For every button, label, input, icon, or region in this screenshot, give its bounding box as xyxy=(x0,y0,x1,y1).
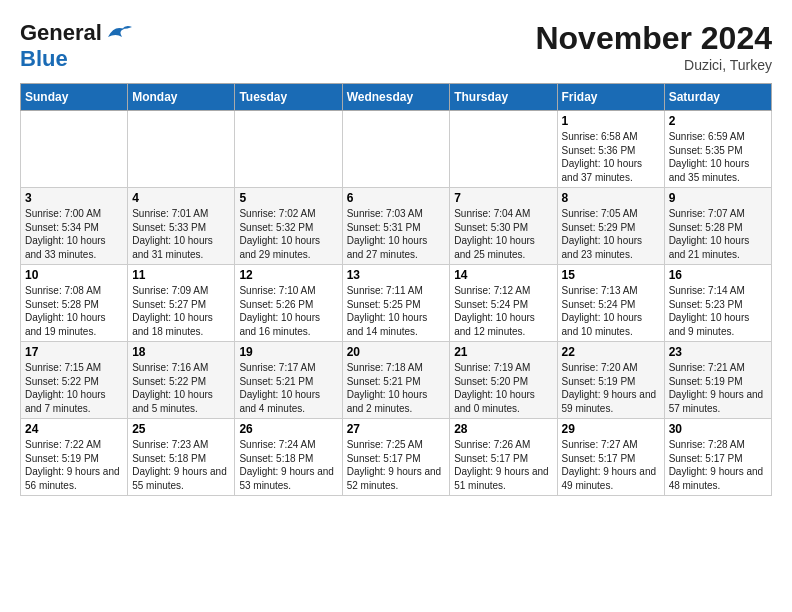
calendar-cell: 6Sunrise: 7:03 AM Sunset: 5:31 PM Daylig… xyxy=(342,188,450,265)
day-info: Sunrise: 7:01 AM Sunset: 5:33 PM Dayligh… xyxy=(132,207,230,261)
header-saturday: Saturday xyxy=(664,84,771,111)
day-number: 1 xyxy=(562,114,660,128)
day-info: Sunrise: 7:26 AM Sunset: 5:17 PM Dayligh… xyxy=(454,438,552,492)
calendar-cell: 15Sunrise: 7:13 AM Sunset: 5:24 PM Dayli… xyxy=(557,265,664,342)
calendar-cell xyxy=(235,111,342,188)
calendar-cell: 22Sunrise: 7:20 AM Sunset: 5:19 PM Dayli… xyxy=(557,342,664,419)
calendar-cell: 30Sunrise: 7:28 AM Sunset: 5:17 PM Dayli… xyxy=(664,419,771,496)
calendar-cell: 8Sunrise: 7:05 AM Sunset: 5:29 PM Daylig… xyxy=(557,188,664,265)
day-number: 18 xyxy=(132,345,230,359)
day-number: 8 xyxy=(562,191,660,205)
day-info: Sunrise: 7:14 AM Sunset: 5:23 PM Dayligh… xyxy=(669,284,767,338)
calendar-cell: 11Sunrise: 7:09 AM Sunset: 5:27 PM Dayli… xyxy=(128,265,235,342)
calendar-header-row: Sunday Monday Tuesday Wednesday Thursday… xyxy=(21,84,772,111)
day-info: Sunrise: 7:12 AM Sunset: 5:24 PM Dayligh… xyxy=(454,284,552,338)
day-number: 27 xyxy=(347,422,446,436)
day-number: 15 xyxy=(562,268,660,282)
day-info: Sunrise: 7:00 AM Sunset: 5:34 PM Dayligh… xyxy=(25,207,123,261)
day-number: 13 xyxy=(347,268,446,282)
header-tuesday: Tuesday xyxy=(235,84,342,111)
day-number: 26 xyxy=(239,422,337,436)
title-area: November 2024 Duzici, Turkey xyxy=(535,20,772,73)
calendar-cell: 27Sunrise: 7:25 AM Sunset: 5:17 PM Dayli… xyxy=(342,419,450,496)
calendar-cell: 13Sunrise: 7:11 AM Sunset: 5:25 PM Dayli… xyxy=(342,265,450,342)
calendar-cell xyxy=(128,111,235,188)
day-info: Sunrise: 7:16 AM Sunset: 5:22 PM Dayligh… xyxy=(132,361,230,415)
calendar-cell xyxy=(450,111,557,188)
day-info: Sunrise: 7:27 AM Sunset: 5:17 PM Dayligh… xyxy=(562,438,660,492)
header-friday: Friday xyxy=(557,84,664,111)
calendar-cell: 17Sunrise: 7:15 AM Sunset: 5:22 PM Dayli… xyxy=(21,342,128,419)
location: Duzici, Turkey xyxy=(535,57,772,73)
day-number: 29 xyxy=(562,422,660,436)
day-number: 17 xyxy=(25,345,123,359)
calendar-cell: 7Sunrise: 7:04 AM Sunset: 5:30 PM Daylig… xyxy=(450,188,557,265)
day-number: 7 xyxy=(454,191,552,205)
day-number: 14 xyxy=(454,268,552,282)
calendar-cell: 5Sunrise: 7:02 AM Sunset: 5:32 PM Daylig… xyxy=(235,188,342,265)
day-info: Sunrise: 7:22 AM Sunset: 5:19 PM Dayligh… xyxy=(25,438,123,492)
calendar-cell: 23Sunrise: 7:21 AM Sunset: 5:19 PM Dayli… xyxy=(664,342,771,419)
day-info: Sunrise: 7:03 AM Sunset: 5:31 PM Dayligh… xyxy=(347,207,446,261)
day-number: 10 xyxy=(25,268,123,282)
calendar-week-row: 17Sunrise: 7:15 AM Sunset: 5:22 PM Dayli… xyxy=(21,342,772,419)
calendar-cell: 19Sunrise: 7:17 AM Sunset: 5:21 PM Dayli… xyxy=(235,342,342,419)
calendar-cell: 26Sunrise: 7:24 AM Sunset: 5:18 PM Dayli… xyxy=(235,419,342,496)
day-number: 25 xyxy=(132,422,230,436)
day-info: Sunrise: 7:19 AM Sunset: 5:20 PM Dayligh… xyxy=(454,361,552,415)
day-info: Sunrise: 7:02 AM Sunset: 5:32 PM Dayligh… xyxy=(239,207,337,261)
day-info: Sunrise: 7:08 AM Sunset: 5:28 PM Dayligh… xyxy=(25,284,123,338)
page-header: General Blue November 2024 Duzici, Turke… xyxy=(20,20,772,73)
logo-text: General xyxy=(20,20,132,46)
day-number: 5 xyxy=(239,191,337,205)
calendar-cell: 1Sunrise: 6:58 AM Sunset: 5:36 PM Daylig… xyxy=(557,111,664,188)
calendar-cell: 9Sunrise: 7:07 AM Sunset: 5:28 PM Daylig… xyxy=(664,188,771,265)
calendar-cell: 10Sunrise: 7:08 AM Sunset: 5:28 PM Dayli… xyxy=(21,265,128,342)
calendar-cell xyxy=(342,111,450,188)
calendar-cell xyxy=(21,111,128,188)
calendar-cell: 24Sunrise: 7:22 AM Sunset: 5:19 PM Dayli… xyxy=(21,419,128,496)
day-info: Sunrise: 7:23 AM Sunset: 5:18 PM Dayligh… xyxy=(132,438,230,492)
calendar-cell: 29Sunrise: 7:27 AM Sunset: 5:17 PM Dayli… xyxy=(557,419,664,496)
calendar-table: Sunday Monday Tuesday Wednesday Thursday… xyxy=(20,83,772,496)
day-info: Sunrise: 7:13 AM Sunset: 5:24 PM Dayligh… xyxy=(562,284,660,338)
calendar-cell: 16Sunrise: 7:14 AM Sunset: 5:23 PM Dayli… xyxy=(664,265,771,342)
day-number: 6 xyxy=(347,191,446,205)
logo-bird-icon xyxy=(104,23,132,45)
calendar-cell: 2Sunrise: 6:59 AM Sunset: 5:35 PM Daylig… xyxy=(664,111,771,188)
calendar-cell: 25Sunrise: 7:23 AM Sunset: 5:18 PM Dayli… xyxy=(128,419,235,496)
day-number: 12 xyxy=(239,268,337,282)
calendar-cell: 20Sunrise: 7:18 AM Sunset: 5:21 PM Dayli… xyxy=(342,342,450,419)
day-number: 28 xyxy=(454,422,552,436)
day-number: 19 xyxy=(239,345,337,359)
month-title: November 2024 xyxy=(535,20,772,57)
day-number: 20 xyxy=(347,345,446,359)
day-number: 2 xyxy=(669,114,767,128)
calendar-week-row: 1Sunrise: 6:58 AM Sunset: 5:36 PM Daylig… xyxy=(21,111,772,188)
day-info: Sunrise: 7:05 AM Sunset: 5:29 PM Dayligh… xyxy=(562,207,660,261)
day-number: 16 xyxy=(669,268,767,282)
header-thursday: Thursday xyxy=(450,84,557,111)
day-info: Sunrise: 6:58 AM Sunset: 5:36 PM Dayligh… xyxy=(562,130,660,184)
day-info: Sunrise: 7:09 AM Sunset: 5:27 PM Dayligh… xyxy=(132,284,230,338)
day-number: 22 xyxy=(562,345,660,359)
day-number: 11 xyxy=(132,268,230,282)
day-info: Sunrise: 7:24 AM Sunset: 5:18 PM Dayligh… xyxy=(239,438,337,492)
day-number: 9 xyxy=(669,191,767,205)
calendar-cell: 4Sunrise: 7:01 AM Sunset: 5:33 PM Daylig… xyxy=(128,188,235,265)
day-info: Sunrise: 7:11 AM Sunset: 5:25 PM Dayligh… xyxy=(347,284,446,338)
calendar-cell: 18Sunrise: 7:16 AM Sunset: 5:22 PM Dayli… xyxy=(128,342,235,419)
day-number: 30 xyxy=(669,422,767,436)
day-info: Sunrise: 6:59 AM Sunset: 5:35 PM Dayligh… xyxy=(669,130,767,184)
day-number: 23 xyxy=(669,345,767,359)
header-sunday: Sunday xyxy=(21,84,128,111)
day-info: Sunrise: 7:10 AM Sunset: 5:26 PM Dayligh… xyxy=(239,284,337,338)
day-info: Sunrise: 7:21 AM Sunset: 5:19 PM Dayligh… xyxy=(669,361,767,415)
header-wednesday: Wednesday xyxy=(342,84,450,111)
calendar-cell: 28Sunrise: 7:26 AM Sunset: 5:17 PM Dayli… xyxy=(450,419,557,496)
day-info: Sunrise: 7:04 AM Sunset: 5:30 PM Dayligh… xyxy=(454,207,552,261)
calendar-cell: 12Sunrise: 7:10 AM Sunset: 5:26 PM Dayli… xyxy=(235,265,342,342)
day-info: Sunrise: 7:18 AM Sunset: 5:21 PM Dayligh… xyxy=(347,361,446,415)
day-info: Sunrise: 7:20 AM Sunset: 5:19 PM Dayligh… xyxy=(562,361,660,415)
header-monday: Monday xyxy=(128,84,235,111)
